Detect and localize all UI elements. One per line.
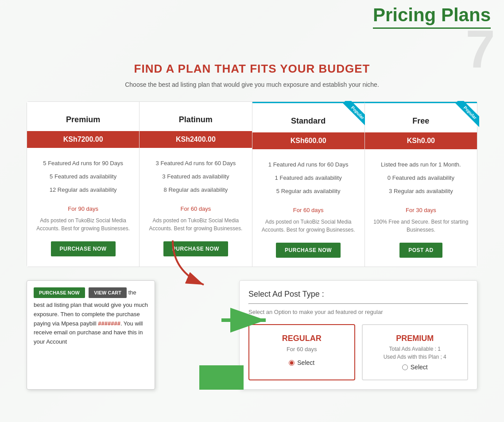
option-duration-regular: For 60 days (256, 346, 348, 352)
plan-card-standard: Standard KSh600.00 1 Featured Ad runs fo… (252, 102, 365, 267)
plan-duration-free: For 30 days (372, 207, 470, 213)
plans-container: Premium KSh7200.00 5 Featured Ad runs fo… (27, 101, 477, 267)
feature-item: 5 Featured Ad runs for 90 Days (34, 157, 132, 170)
feature-item: 8 Regular ads availability (146, 183, 245, 197)
plan-description-premium: Ads posted on TukoBiz Social Media Accou… (34, 217, 132, 232)
plan-card-premium: Premium KSh7200.00 5 Featured Ad runs fo… (27, 102, 140, 267)
ad-options: REGULAR For 60 days Select PREMIUM Total… (248, 324, 468, 380)
plan-description-platinum: Ads posted on TukoBiz Social Media Accou… (146, 217, 245, 232)
tooltip-purchase-button[interactable]: PURCHASE NOW (34, 287, 85, 298)
radio-regular[interactable]: Select (256, 359, 348, 366)
section-subtitle: Choose the best ad listing plan that wou… (27, 81, 477, 88)
feature-item: 3 Regular ads availability (372, 185, 470, 198)
purchase-button-standard[interactable]: PURCHASE NOW (276, 243, 341, 258)
post-ad-button-free[interactable]: POST AD (399, 243, 442, 258)
total-ads-label: Total Ads Available : 1 (369, 346, 461, 352)
plan-duration-standard: For 60 days (259, 207, 358, 213)
feature-item: 5 Regular ads availability (259, 185, 358, 198)
select-ad-panel: Select Ad Post Type : Select an Option t… (239, 280, 477, 390)
purchase-button-premium[interactable]: PURCHASE NOW (51, 241, 116, 256)
radio-premium[interactable]: Select (369, 364, 461, 371)
plan-features-premium: 5 Featured Ad runs for 90 Days 5 Feature… (34, 157, 132, 197)
feature-item: 12 Regular ads availability (34, 183, 132, 197)
green-box-decoration (199, 365, 244, 390)
pricing-plans-header: Pricing Plans 7 (373, 4, 491, 29)
green-arrow-icon (217, 307, 275, 333)
plan-description-standard: Ads posted on TukoBiz Social Media Accou… (259, 218, 358, 234)
option-name-premium-select: PREMIUM (369, 334, 461, 343)
plan-price-premium: KSh7200.00 (27, 131, 139, 148)
feature-item: 0 Featured ads availability (372, 171, 470, 185)
feature-item: 1 Featured ads availability (259, 171, 358, 185)
popular-ribbon-standard (336, 101, 367, 132)
feature-item: 1 Featured Ad runs for 60 Days (259, 158, 358, 171)
plan-card-free: Free KSh0.00 Listed free ads run for 1 M… (365, 102, 477, 267)
lower-section: PURCHASE NOW VIEW CART the best ad listi… (27, 280, 477, 390)
tooltip-popup: PURCHASE NOW VIEW CART the best ad listi… (27, 280, 155, 390)
tooltip-view-cart-button[interactable]: VIEW CART (89, 287, 127, 298)
plan-features-standard: 1 Featured Ad runs for 60 Days 1 Feature… (259, 158, 358, 198)
feature-item: 3 Featured Ad runs for 60 Days (146, 157, 245, 170)
plan-features-free: Listed free ads run for 1 Month. 0 Featu… (372, 158, 470, 198)
used-ads-label: Used Ads with this Plan ; 4 (369, 354, 461, 360)
feature-item: 5 Featured ads availability (34, 170, 132, 183)
plan-price-platinum: KSh2400.00 (140, 131, 252, 148)
panel-subtitle: Select an Option to make your ad feature… (248, 309, 468, 315)
plan-description-free: 100% Free and Secure. Best for starting … (372, 218, 470, 234)
plan-duration-premium: For 90 days (34, 205, 132, 212)
plan-features-platinum: 3 Featured Ad runs for 60 Days 3 Feature… (146, 157, 245, 197)
plan-price-free: KSh0.00 (365, 132, 477, 149)
ad-option-premium[interactable]: PREMIUM Total Ads Available : 1 Used Ads… (362, 324, 469, 380)
plan-name-premium: Premium (34, 111, 132, 124)
plan-price-standard: KSh600.00 (252, 132, 364, 149)
plan-duration-platinum: For 60 days (146, 205, 245, 212)
option-name-regular: REGULAR (256, 334, 348, 343)
section-title: FIND A PLAN THAT FITS YOUR BUDGET (27, 62, 477, 76)
red-arrow-icon (164, 236, 217, 294)
panel-title: Select Ad Post Type : (248, 290, 468, 299)
feature-item: Listed free ads run for 1 Month. (372, 158, 470, 171)
plan-name-platinum: Platinum (146, 111, 245, 124)
decorative-number: 7 (465, 22, 495, 75)
popular-ribbon-free (448, 101, 479, 132)
feature-item: 3 Featured ads availability (146, 170, 245, 183)
